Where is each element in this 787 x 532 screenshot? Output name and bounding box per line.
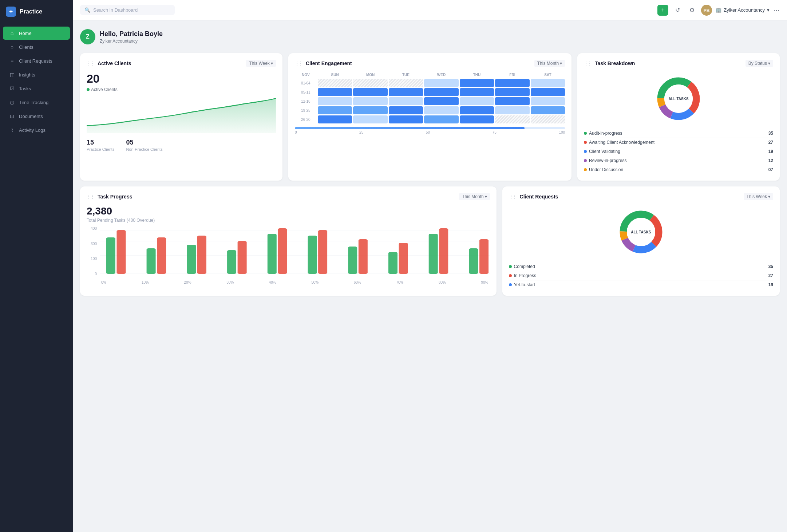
svg-rect-24 — [348, 247, 357, 274]
chevron-down-icon: ▾ — [767, 7, 770, 13]
client-engagement-filter[interactable]: This Month ▾ — [534, 60, 565, 67]
legend-dot-3 — [584, 159, 587, 162]
chevron-icon: ▾ — [768, 61, 770, 66]
cr-legend-dot-1 — [509, 274, 512, 277]
cr-legend-dot-0 — [509, 265, 512, 268]
add-button[interactable]: ＋ — [657, 5, 668, 16]
app-logo[interactable]: ✦ Practice — [0, 0, 73, 23]
task-progress-subtitle: Total Pending Tasks (480 Overdue) — [87, 218, 490, 223]
cal-week-1: 01-04 — [295, 79, 565, 87]
cal-cell — [531, 106, 565, 114]
drag-handle: ⋮⋮ — [295, 61, 302, 66]
task-progress-title: Task Progress — [98, 194, 132, 200]
drag-handle: ⋮⋮ — [87, 194, 94, 199]
svg-rect-18 — [227, 250, 236, 274]
sidebar-item-clients[interactable]: ○ Clients — [3, 40, 70, 54]
sidebar-label-insights: Insights — [19, 72, 35, 78]
cal-cell — [495, 88, 529, 96]
sidebar-item-time-tracking[interactable]: ◷ Time Tracking — [3, 96, 70, 109]
cal-cell — [495, 106, 529, 114]
welcome-avatar: Z — [80, 29, 95, 44]
svg-rect-21 — [278, 228, 287, 274]
active-clients-count: 20 — [87, 72, 276, 86]
sidebar-item-tasks[interactable]: ☑ Tasks — [3, 82, 70, 95]
cal-progress-bar — [295, 127, 565, 129]
logo-icon: ✦ — [6, 7, 16, 17]
task-breakdown-filter-label: By Status — [748, 61, 767, 66]
sidebar-item-client-requests[interactable]: ≡ Client Requests — [3, 54, 70, 67]
cr-legend-item-2: Yet-to-start 19 — [509, 280, 773, 289]
client-engagement-header: ⋮⋮ Client Engagement This Month ▾ — [295, 60, 565, 67]
sidebar-item-activity-logs[interactable]: ⌇ Activity Logs — [3, 123, 70, 137]
legend-item-3: Review-in-progress 12 — [584, 156, 773, 165]
drag-handle: ⋮⋮ — [87, 61, 94, 66]
legend-count-2: 19 — [768, 149, 773, 154]
task-breakdown-filter[interactable]: By Status ▾ — [746, 60, 773, 67]
app-name: Practice — [20, 8, 42, 15]
task-progress-filter[interactable]: This Month ▾ — [459, 193, 490, 200]
svg-rect-30 — [469, 248, 478, 274]
content-area: Z Hello, Patricia Boyle Zylker Accountan… — [73, 20, 787, 532]
svg-rect-15 — [157, 237, 166, 274]
legend-dot-0 — [584, 132, 587, 135]
grid-menu-icon[interactable]: ⋯ — [773, 6, 780, 14]
cal-day-tue: TUE — [389, 72, 423, 78]
sidebar-item-insights[interactable]: ◫ Insights — [3, 68, 70, 81]
client-requests-card: ⋮⋮ Client Requests This Week ▾ — [502, 186, 780, 296]
cal-cell — [389, 115, 423, 123]
cal-cell — [318, 97, 352, 105]
donut-center-label-2: ALL TASKS — [631, 230, 651, 235]
cal-cell — [318, 79, 352, 87]
svg-rect-28 — [429, 234, 438, 274]
client-requests-title: Client Requests — [520, 194, 558, 200]
cal-cell — [495, 97, 529, 105]
cal-cell — [389, 106, 423, 114]
search-bar[interactable]: 🔍 Search in Dashboard — [80, 5, 175, 15]
settings-button[interactable]: ⚙ — [687, 5, 697, 16]
client-requests-filter[interactable]: This Week ▾ — [744, 193, 773, 200]
time-tracking-icon: ◷ — [9, 99, 15, 105]
cal-cell — [353, 106, 387, 114]
legend-dot-2 — [584, 150, 587, 153]
donut-center-label: ALL TASKS — [668, 96, 688, 101]
sidebar-label-time-tracking: Time Tracking — [19, 100, 48, 105]
avatar[interactable]: PB — [701, 5, 712, 16]
calendar-grid: NOV SUN MON TUE WED THU FRI SAT 01-04 — [295, 72, 565, 134]
cal-week-5: 26-30 — [295, 115, 565, 123]
cal-cell — [389, 79, 423, 87]
client-requests-header: ⋮⋮ Client Requests This Week ▾ — [509, 193, 773, 200]
svg-rect-13 — [116, 230, 126, 274]
cal-cell — [318, 88, 352, 96]
cal-progress-fill — [295, 127, 525, 129]
task-breakdown-title: Task Breakdown — [595, 60, 635, 66]
chevron-icon: ▾ — [271, 61, 273, 66]
cal-cell — [424, 106, 458, 114]
cal-cell — [531, 115, 565, 123]
cr-legend-label-1: In Progress — [514, 273, 536, 278]
task-progress-filter-label: This Month — [462, 194, 483, 199]
clients-icon: ○ — [9, 44, 15, 50]
sidebar-label-client-requests: Client Requests — [19, 58, 52, 64]
sidebar-item-documents[interactable]: ⊡ Documents — [3, 110, 70, 123]
bar-chart-svg — [100, 226, 490, 277]
tasks-icon: ☑ — [9, 86, 15, 91]
cal-cell — [424, 79, 458, 87]
cal-day-sat: SAT — [531, 72, 565, 78]
cal-cell — [495, 115, 529, 123]
main-area: 🔍 Search in Dashboard ＋ ↺ ⚙ PB 🏢 Zylker … — [73, 0, 787, 532]
svg-rect-25 — [359, 239, 368, 274]
nav-list: ⌂ Home ○ Clients ≡ Client Requests ◫ Ins… — [0, 23, 73, 532]
cal-cell — [460, 88, 494, 96]
cal-cell — [353, 88, 387, 96]
cr-legend-label-0: Completed — [514, 264, 535, 269]
cal-cell — [424, 115, 458, 123]
svg-rect-27 — [399, 243, 408, 274]
active-clients-filter[interactable]: This Week ▾ — [246, 60, 276, 67]
bottom-row: ⋮⋮ Task Progress This Month ▾ 2,380 Tota… — [80, 186, 780, 296]
sidebar-item-home[interactable]: ⌂ Home — [3, 27, 70, 40]
svg-rect-26 — [388, 252, 398, 274]
refresh-button[interactable]: ↺ — [672, 5, 683, 16]
org-name-button[interactable]: 🏢 Zylker Accountancy ▾ — [716, 7, 770, 13]
legend-item-0: Audit-in-progress 35 — [584, 129, 773, 138]
cr-legend-count-0: 35 — [768, 264, 773, 269]
